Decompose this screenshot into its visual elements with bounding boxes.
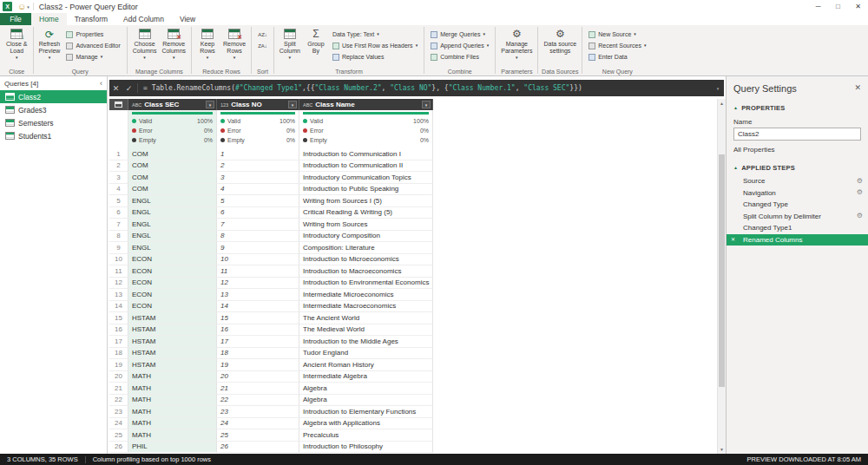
maximize-button[interactable]: □ bbox=[828, 0, 848, 13]
cell-class-sec[interactable]: ECON bbox=[128, 278, 217, 290]
table-row[interactable]: 22 MATH 22 Algebra bbox=[109, 395, 716, 407]
group-by-button[interactable]: Group By bbox=[303, 27, 329, 55]
table-row[interactable]: 10 ECON 10 Introduction to Microeconomic… bbox=[109, 254, 716, 266]
table-row[interactable]: 8 ENGL 8 Introductory Composition bbox=[109, 231, 716, 243]
cell-class-name[interactable]: Introduction to Public Speaking bbox=[299, 184, 433, 196]
close-button[interactable]: ✕ bbox=[848, 0, 868, 13]
applied-step[interactable]: Changed Type1 bbox=[727, 222, 868, 234]
table-row[interactable]: 23 MATH 23 Introduction to Elementary Fu… bbox=[109, 406, 716, 418]
cell-class-sec[interactable]: ECON bbox=[128, 265, 217, 278]
row-number[interactable]: 17 bbox=[109, 336, 128, 348]
new-source-button[interactable]: New Source bbox=[585, 29, 649, 40]
table-row[interactable]: 18 HSTAM 18 Tudor England bbox=[109, 348, 716, 360]
table-row[interactable]: 17 HSTAM 17 Introduction to the Middle A… bbox=[109, 336, 716, 348]
cell-class-no[interactable]: 19 bbox=[217, 359, 299, 371]
row-number[interactable]: 11 bbox=[109, 265, 128, 278]
cell-class-no[interactable]: 3 bbox=[217, 172, 299, 184]
cell-class-sec[interactable]: MATH bbox=[128, 371, 217, 383]
row-number[interactable]: 1 bbox=[109, 148, 128, 160]
cell-class-name[interactable]: Algebra bbox=[299, 395, 433, 407]
minimize-button[interactable]: ─ bbox=[808, 0, 828, 13]
use-first-row-as-headers-button[interactable]: Use First Row as Headers bbox=[329, 40, 421, 51]
applied-step[interactable]: Navigation bbox=[727, 187, 868, 200]
row-number[interactable]: 4 bbox=[109, 184, 128, 196]
table-row[interactable]: 11 ECON 11 Introduction to Macroeconomic… bbox=[109, 265, 716, 278]
cell-class-name[interactable]: Intermediate Microeconomics bbox=[299, 289, 433, 301]
sort-ascending-button[interactable] bbox=[254, 29, 271, 40]
table-row[interactable]: 6 ENGL 6 Critical Reading & Writing (5) bbox=[109, 207, 716, 219]
cell-class-sec[interactable]: COM bbox=[128, 160, 217, 173]
keep-rows-button[interactable]: Keep Rows bbox=[194, 27, 220, 60]
column-header-class-name[interactable]: ABC Class Name bbox=[299, 99, 433, 110]
table-row[interactable]: 16 HSTAM 16 The Medieval World bbox=[109, 324, 716, 337]
cell-class-name[interactable]: Composition: Literature bbox=[299, 242, 433, 254]
formula-cancel-button[interactable] bbox=[109, 84, 122, 93]
tab-home[interactable]: Home bbox=[31, 13, 67, 25]
table-row[interactable]: 24 MATH 24 Algebra with Applications bbox=[109, 418, 716, 430]
enter-data-button[interactable]: Enter Data bbox=[585, 51, 649, 62]
cell-class-name[interactable]: Introductory Communication Topics bbox=[299, 172, 433, 184]
cell-class-name[interactable]: Introduction to Environmental Economics bbox=[299, 278, 433, 290]
cell-class-name[interactable]: Intermediate Algebra bbox=[299, 371, 433, 383]
tab-add-column[interactable]: Add Column bbox=[115, 13, 172, 25]
row-number[interactable]: 2 bbox=[109, 160, 128, 173]
cell-class-no[interactable]: 9 bbox=[217, 242, 299, 254]
gear-icon[interactable] bbox=[857, 213, 863, 219]
cell-class-no[interactable]: 11 bbox=[217, 265, 299, 278]
row-number[interactable]: 15 bbox=[109, 312, 128, 324]
cell-class-name[interactable]: The Ancient World bbox=[299, 312, 433, 324]
applied-step[interactable]: Renamed Columns bbox=[727, 234, 868, 246]
cell-class-name[interactable]: Algebra bbox=[299, 383, 433, 395]
cell-class-name[interactable]: Introduction to Macroeconomics bbox=[299, 265, 433, 278]
applied-step[interactable]: Source bbox=[727, 175, 868, 187]
table-row[interactable]: 3 COM 3 Introductory Communication Topic… bbox=[109, 172, 716, 184]
cell-class-no[interactable]: 24 bbox=[217, 418, 299, 430]
cell-class-name[interactable]: Precalculus bbox=[299, 429, 433, 442]
table-corner-button[interactable] bbox=[109, 99, 128, 110]
row-number[interactable]: 18 bbox=[109, 348, 128, 360]
combine-files-button[interactable]: Combine Files bbox=[427, 51, 492, 62]
cell-class-name[interactable]: Introduction to Elementary Functions bbox=[299, 406, 433, 418]
applied-step[interactable]: Changed Type bbox=[727, 199, 868, 211]
query-name-input[interactable] bbox=[733, 128, 861, 141]
cell-class-no[interactable]: 8 bbox=[217, 231, 299, 243]
feedback-smiley-icon[interactable] bbox=[15, 3, 32, 11]
column-header-class-sec[interactable]: ABC Class SEC bbox=[128, 99, 217, 110]
applied-steps-section-header[interactable]: APPLIED STEPS bbox=[727, 160, 868, 174]
cell-class-sec[interactable]: ENGL bbox=[128, 219, 217, 231]
table-row[interactable]: 25 MATH 25 Precalculus bbox=[109, 429, 716, 442]
tab-file[interactable]: File bbox=[0, 13, 31, 25]
table-row[interactable]: 13 ECON 13 Intermediate Microeconomics bbox=[109, 289, 716, 301]
cell-class-name[interactable]: Introductory Composition bbox=[299, 231, 433, 243]
cell-class-no[interactable]: 4 bbox=[217, 184, 299, 196]
cell-class-sec[interactable]: HSTAM bbox=[128, 312, 217, 324]
cell-class-no[interactable]: 26 bbox=[217, 442, 299, 454]
row-number[interactable]: 25 bbox=[109, 429, 128, 442]
sort-descending-button[interactable] bbox=[254, 40, 271, 51]
gear-icon[interactable] bbox=[857, 189, 863, 196]
manage-parameters-button[interactable]: Manage Parameters bbox=[498, 27, 535, 60]
cell-class-sec[interactable]: HSTAM bbox=[128, 324, 217, 337]
cell-class-sec[interactable]: COM bbox=[128, 184, 217, 196]
table-row[interactable]: 15 HSTAM 15 The Ancient World bbox=[109, 312, 716, 324]
refresh-preview-button[interactable]: Refresh Preview bbox=[36, 27, 63, 60]
cell-class-name[interactable]: Introduction to Philosophy bbox=[299, 442, 433, 454]
manage-button[interactable]: Manage bbox=[62, 51, 123, 62]
cell-class-sec[interactable]: HSTAM bbox=[128, 336, 217, 348]
filter-dropdown-icon[interactable] bbox=[288, 101, 297, 108]
append-queries-button[interactable]: Append Queries bbox=[427, 40, 492, 51]
row-number[interactable]: 14 bbox=[109, 301, 128, 313]
cell-class-no[interactable]: 1 bbox=[217, 148, 299, 160]
cell-class-sec[interactable]: HSTAM bbox=[128, 348, 217, 360]
applied-step[interactable]: Split Column by Delimiter bbox=[727, 211, 868, 223]
query-list-item[interactable]: Semesters bbox=[0, 116, 107, 129]
cell-class-sec[interactable]: ENGL bbox=[128, 195, 217, 207]
table-row[interactable]: 20 MATH 20 Intermediate Algebra bbox=[109, 371, 716, 383]
collapse-pane-icon[interactable] bbox=[100, 80, 102, 88]
cell-class-name[interactable]: Algebra with Applications bbox=[299, 418, 433, 430]
cell-class-sec[interactable]: ENGL bbox=[128, 207, 217, 219]
row-number[interactable]: 5 bbox=[109, 195, 128, 207]
cell-class-no[interactable]: 13 bbox=[217, 289, 299, 301]
properties-button[interactable]: Properties bbox=[62, 29, 123, 40]
row-number[interactable]: 3 bbox=[109, 172, 128, 184]
